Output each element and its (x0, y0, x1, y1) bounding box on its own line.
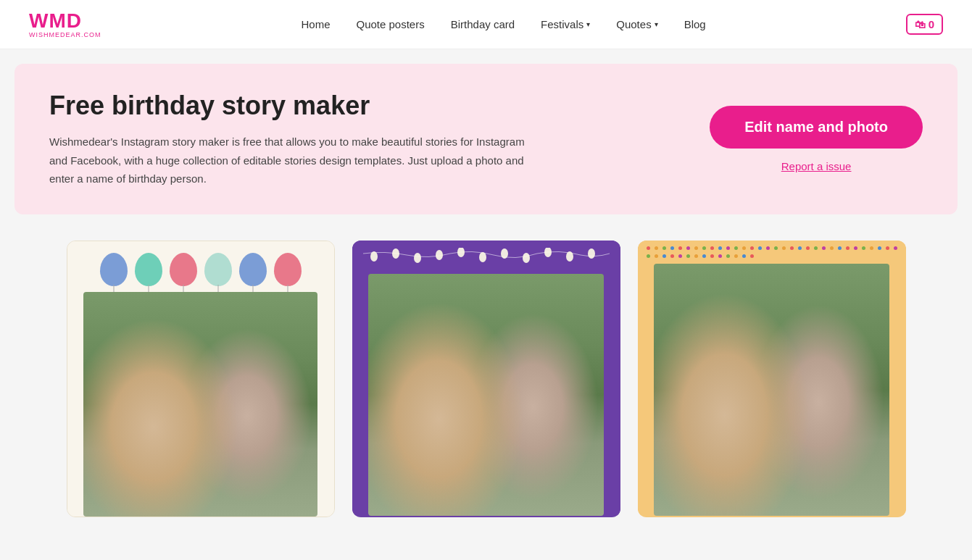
dot (782, 246, 786, 250)
dot (886, 246, 889, 250)
string-lights-svg (360, 248, 613, 269)
svg-point-6 (501, 248, 508, 259)
dot (678, 254, 682, 258)
banner-text-block: Free birthday story maker Wishmedear's I… (49, 90, 542, 188)
logo-sub-text: WISHMEDEAR.COM (29, 31, 101, 38)
banner-title: Free birthday story maker (49, 90, 542, 121)
dot (766, 246, 770, 250)
dot (822, 246, 826, 250)
dot (750, 246, 754, 250)
dot (758, 246, 762, 250)
svg-point-9 (566, 251, 573, 262)
main-nav: Home Quote posters Birthday card Festiva… (301, 18, 705, 30)
dot (870, 246, 873, 250)
dot (830, 246, 834, 250)
banner-description: Wishmedear's Instagram story maker is fr… (49, 133, 542, 188)
nav-quotes-label: Quotes (616, 18, 651, 30)
nav-quotes-dropdown[interactable]: Quotes ▾ (616, 18, 657, 30)
story-card-3[interactable] (638, 241, 906, 517)
svg-point-0 (370, 251, 378, 262)
nav-festivals-label: Festivals (541, 18, 583, 30)
cart-button[interactable]: 🛍 0 (906, 14, 943, 35)
dot (686, 254, 690, 258)
balloon-teal (135, 253, 162, 286)
dot (655, 254, 658, 258)
site-logo[interactable]: WMD WISHMEDEAR.COM (29, 11, 101, 38)
nav-birthday-card[interactable]: Birthday card (451, 18, 515, 30)
svg-point-1 (392, 248, 399, 259)
chevron-down-icon: ▾ (586, 20, 590, 28)
dot (742, 254, 746, 258)
dot (846, 246, 850, 250)
cart-count: 0 (929, 18, 934, 30)
svg-point-3 (436, 250, 443, 260)
dot (862, 246, 865, 250)
dot (662, 254, 666, 258)
svg-point-7 (523, 253, 530, 263)
dot (806, 246, 810, 250)
site-header: WMD WISHMEDEAR.COM Home Quote posters Bi… (0, 0, 972, 49)
dot (662, 246, 666, 250)
dot (790, 246, 794, 250)
balloon-red (274, 253, 302, 286)
svg-point-2 (414, 253, 421, 263)
edit-name-photo-button[interactable]: Edit name and photo (710, 106, 923, 149)
dot (702, 254, 706, 258)
svg-point-5 (479, 252, 486, 262)
dot (694, 254, 698, 258)
photo-placeholder-1 (83, 292, 318, 517)
banner-actions: Edit name and photo Report a issue (710, 106, 923, 172)
photo-frame-2 (368, 274, 605, 516)
logo-wmd-text: WMD (29, 11, 82, 31)
dot (814, 246, 818, 250)
dot (655, 246, 658, 250)
confetti-decoration (638, 241, 906, 264)
dot (750, 254, 754, 258)
logo-wmd-label: WMD (29, 9, 82, 32)
dot (686, 246, 690, 250)
balloon-pink (170, 253, 197, 286)
cart-icon: 🛍 (915, 18, 926, 30)
nav-blog[interactable]: Blog (684, 18, 706, 30)
photo-placeholder-3 (654, 264, 890, 516)
dot (702, 246, 706, 250)
photo-placeholder-2 (368, 274, 605, 516)
dot (774, 246, 778, 250)
dot (734, 254, 738, 258)
dot (838, 246, 842, 250)
nav-home[interactable]: Home (301, 18, 330, 30)
dot (647, 246, 650, 250)
dot (647, 254, 650, 258)
dot (718, 254, 722, 258)
svg-point-8 (544, 248, 552, 257)
balloons-decoration (67, 241, 334, 292)
svg-point-4 (457, 248, 465, 257)
svg-point-10 (588, 248, 595, 259)
photo-frame-3 (654, 264, 890, 516)
dot (670, 246, 674, 250)
balloon-blue (100, 253, 128, 286)
story-card-2[interactable] (352, 241, 620, 517)
balloon-mint (204, 253, 232, 286)
dot (894, 246, 897, 250)
balloon-blue2 (239, 253, 267, 286)
hero-banner: Free birthday story maker Wishmedear's I… (14, 64, 958, 214)
nav-quote-posters[interactable]: Quote posters (356, 18, 424, 30)
dot (854, 246, 857, 250)
photo-frame-1 (83, 292, 318, 517)
dot (734, 246, 738, 250)
dot (718, 246, 722, 250)
dot (678, 246, 682, 250)
dot (798, 246, 802, 250)
report-issue-link[interactable]: Report a issue (781, 160, 852, 172)
story-card-1[interactable] (67, 241, 335, 517)
story-cards-section (0, 229, 972, 529)
dot (670, 254, 674, 258)
dot (726, 254, 730, 258)
dot (878, 246, 881, 250)
nav-festivals-dropdown[interactable]: Festivals ▾ (541, 18, 590, 30)
dot (710, 254, 714, 258)
chevron-down-icon: ▾ (655, 20, 658, 28)
dot (710, 246, 714, 250)
dot (726, 246, 730, 250)
